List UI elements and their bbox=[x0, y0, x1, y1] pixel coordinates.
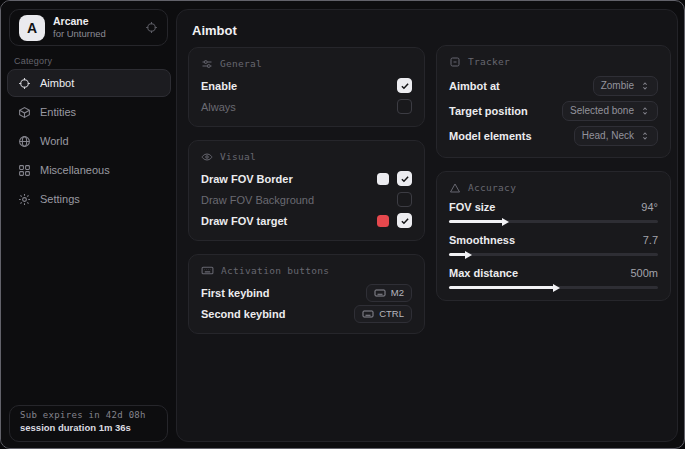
sidebar-item-label: Settings bbox=[40, 193, 80, 205]
dropdown-value: Zombie bbox=[601, 80, 634, 91]
scope-icon[interactable] bbox=[145, 21, 158, 34]
sidebar-item-label: Aimbot bbox=[40, 77, 74, 89]
eye-icon bbox=[201, 151, 213, 163]
keybind-value: M2 bbox=[391, 287, 404, 298]
app-window: A Arcane for Unturned Category Aimbot bbox=[0, 0, 685, 449]
sidebar-item-entities[interactable]: Entities bbox=[7, 98, 171, 126]
draw-fov-target-label: Draw FOV target bbox=[201, 215, 287, 227]
sidebar-item-settings[interactable]: Settings bbox=[7, 185, 171, 213]
aimbot-at-dropdown[interactable]: Zombie bbox=[593, 76, 658, 96]
keybind-value: CTRL bbox=[379, 308, 404, 319]
keyboard-icon bbox=[362, 308, 374, 320]
category-label: Category bbox=[14, 56, 52, 66]
target-position-label: Target position bbox=[449, 105, 528, 117]
fov-size-value: 94° bbox=[641, 201, 658, 213]
smoothness-control: Smoothness 7.7 bbox=[449, 232, 658, 256]
smoothness-label: Smoothness bbox=[449, 234, 515, 246]
keyboard-icon bbox=[374, 287, 386, 299]
sidebar-item-aimbot[interactable]: Aimbot bbox=[7, 69, 171, 97]
app-logo: A bbox=[19, 15, 45, 41]
main-panel: Aimbot General Enable Always bbox=[176, 9, 678, 442]
accuracy-card: Accuracy FOV size 94° Smoothne bbox=[436, 171, 671, 301]
draw-fov-border-checkbox[interactable] bbox=[397, 171, 412, 186]
sidebar-item-label: Miscellaneous bbox=[40, 164, 110, 176]
keyboard-icon bbox=[201, 264, 214, 277]
slider-thumb[interactable] bbox=[553, 284, 560, 292]
logo-letter: A bbox=[27, 20, 37, 36]
crosshair-icon bbox=[18, 77, 31, 90]
brand-card: A Arcane for Unturned bbox=[9, 9, 168, 46]
model-elements-dropdown[interactable]: Head, Neck bbox=[574, 126, 658, 146]
fov-size-control: FOV size 94° bbox=[449, 199, 658, 223]
globe-icon bbox=[18, 135, 31, 148]
first-keybind-button[interactable]: M2 bbox=[366, 284, 412, 302]
fov-size-slider[interactable] bbox=[449, 220, 658, 223]
gear-icon bbox=[18, 193, 31, 206]
left-column: General Enable Always bbox=[188, 47, 425, 347]
max-distance-slider[interactable] bbox=[449, 286, 658, 289]
slider-thumb[interactable] bbox=[465, 251, 472, 259]
second-keybind-button[interactable]: CTRL bbox=[354, 305, 412, 323]
draw-fov-background-checkbox[interactable] bbox=[397, 192, 412, 207]
chevrons-up-down-icon bbox=[640, 81, 650, 91]
always-label: Always bbox=[201, 101, 236, 113]
general-card: General Enable Always bbox=[188, 47, 425, 127]
enable-checkbox[interactable] bbox=[397, 78, 412, 93]
subscription-info: Sub expires in 42d 08h session duration … bbox=[9, 405, 168, 442]
max-distance-control: Max distance 500m bbox=[449, 265, 658, 289]
always-checkbox[interactable] bbox=[397, 99, 412, 114]
max-distance-label: Max distance bbox=[449, 267, 518, 279]
cube-icon bbox=[18, 106, 31, 119]
card-title: Tracker bbox=[468, 56, 510, 67]
model-elements-label: Model elements bbox=[449, 130, 532, 142]
smoothness-slider[interactable] bbox=[449, 253, 658, 256]
card-title: Visual bbox=[220, 151, 256, 162]
slider-thumb[interactable] bbox=[502, 218, 509, 226]
tracker-card: Tracker Aimbot at Zombie Target position… bbox=[436, 45, 671, 158]
dropdown-value: Selected bone bbox=[570, 105, 634, 116]
first-keybind-label: First keybind bbox=[201, 287, 269, 299]
second-keybind-label: Second keybind bbox=[201, 308, 285, 320]
sub-expires-text: Sub expires in 42d 08h bbox=[20, 410, 157, 420]
smoothness-value: 7.7 bbox=[643, 234, 658, 246]
card-title: Accuracy bbox=[468, 182, 516, 193]
fov-border-color-swatch[interactable] bbox=[377, 173, 389, 185]
enable-label: Enable bbox=[201, 80, 237, 92]
fov-size-label: FOV size bbox=[449, 201, 495, 213]
sidebar-nav: Aimbot Entities World Miscellaneous bbox=[7, 69, 171, 213]
sidebar-item-label: Entities bbox=[40, 106, 76, 118]
fov-target-color-swatch[interactable] bbox=[377, 215, 389, 227]
sidebar-item-miscellaneous[interactable]: Miscellaneous bbox=[7, 156, 171, 184]
chevrons-up-down-icon bbox=[640, 106, 650, 116]
sidebar: A Arcane for Unturned Category Aimbot bbox=[1, 1, 176, 448]
activation-card: Activation buttons First keybind M2 Seco… bbox=[188, 254, 425, 334]
app-subtitle: for Unturned bbox=[53, 28, 106, 40]
sidebar-item-label: World bbox=[40, 135, 69, 147]
triangle-icon bbox=[449, 182, 461, 194]
dropdown-value: Head, Neck bbox=[582, 130, 634, 141]
card-title: General bbox=[220, 58, 262, 69]
app-title: Arcane bbox=[53, 15, 106, 28]
chevrons-up-down-icon bbox=[640, 131, 650, 141]
session-duration-text: session duration 1m 36s bbox=[20, 422, 157, 433]
max-distance-value: 500m bbox=[630, 267, 658, 279]
draw-fov-border-label: Draw FOV Border bbox=[201, 173, 293, 185]
visual-card: Visual Draw FOV Border Draw FOV Backgrou… bbox=[188, 140, 425, 241]
page-title: Aimbot bbox=[192, 23, 237, 38]
right-column: Tracker Aimbot at Zombie Target position… bbox=[436, 45, 671, 314]
box-minus-icon bbox=[449, 56, 461, 68]
draw-fov-background-label: Draw FOV Background bbox=[201, 194, 314, 206]
draw-fov-target-checkbox[interactable] bbox=[397, 213, 412, 228]
target-position-dropdown[interactable]: Selected bone bbox=[562, 101, 658, 121]
sliders-icon bbox=[201, 58, 213, 70]
grid-icon bbox=[18, 164, 31, 177]
card-title: Activation buttons bbox=[221, 265, 329, 276]
aimbot-at-label: Aimbot at bbox=[449, 80, 500, 92]
sidebar-item-world[interactable]: World bbox=[7, 127, 171, 155]
